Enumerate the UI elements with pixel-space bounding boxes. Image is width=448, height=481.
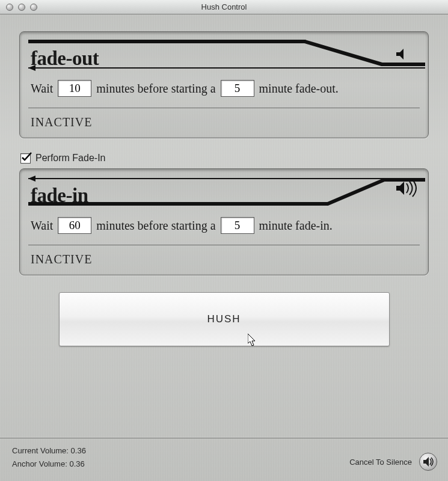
- svg-marker-4: [28, 176, 35, 182]
- perform-fade-in-label: Perform Fade-In: [35, 153, 105, 164]
- minimize-window-button[interactable]: [18, 4, 25, 11]
- fade-out-status: INACTIVE: [28, 108, 420, 129]
- fade-in-sentence: Wait minutes before starting a minute fa…: [28, 209, 420, 245]
- current-volume-value: 0.36: [71, 446, 86, 455]
- fade-out-title: fade-out: [31, 47, 99, 70]
- fade-in-duration-input[interactable]: [221, 217, 254, 234]
- svg-marker-7: [423, 457, 429, 467]
- fade-in-status: INACTIVE: [28, 245, 420, 266]
- hush-button[interactable]: HUSH: [59, 292, 390, 346]
- checkmark-icon: [21, 152, 32, 163]
- fade-in-panel: fade-in Wait minutes before starting a m…: [19, 168, 429, 275]
- speaker-icon: [422, 456, 434, 468]
- text-mid1: minutes before starting a: [96, 219, 215, 233]
- close-window-button[interactable]: [6, 4, 13, 11]
- anchor-volume-value: 0.36: [69, 459, 84, 468]
- text-mid1: minutes before starting a: [96, 82, 215, 96]
- fade-out-wait-input[interactable]: [58, 80, 91, 97]
- text-wait: Wait: [31, 219, 53, 233]
- svg-marker-2: [396, 49, 404, 60]
- cancel-to-silence-label: Cancel To Silence: [349, 458, 412, 467]
- cancel-to-silence-button[interactable]: [419, 453, 437, 471]
- current-volume-label: Current Volume:: [12, 446, 69, 455]
- perform-fade-in-checkbox[interactable]: [20, 153, 31, 164]
- titlebar: Hush Control: [0, 0, 448, 14]
- anchor-volume-label: Anchor Volume:: [12, 459, 67, 468]
- zoom-window-button[interactable]: [30, 4, 37, 11]
- speaker-loud-icon: [396, 180, 416, 197]
- fade-in-title: fade-in: [31, 185, 88, 207]
- text-mid2: minute fade-in.: [259, 219, 333, 233]
- fade-in-wait-input[interactable]: [58, 217, 91, 234]
- svg-marker-5: [396, 182, 404, 195]
- fade-out-duration-input[interactable]: [221, 80, 254, 97]
- fade-out-panel: fade-out Wait minutes before starting a …: [19, 31, 429, 138]
- footer: Current Volume: 0.36 Anchor Volume: 0.36…: [0, 438, 448, 481]
- fade-out-sentence: Wait minutes before starting a minute fa…: [28, 72, 420, 108]
- window-title: Hush Control: [0, 2, 448, 11]
- text-mid2: minute fade-out.: [259, 82, 339, 96]
- text-wait: Wait: [31, 82, 53, 96]
